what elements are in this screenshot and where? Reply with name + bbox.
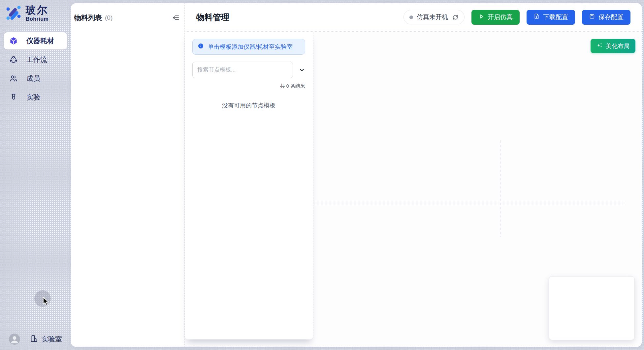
sidebar-item-members[interactable]: 成员 bbox=[4, 70, 67, 87]
info-banner-text: 单击模板添加仪器/耗材至实验室 bbox=[208, 43, 293, 51]
material-list-panel: 物料列表 (0) bbox=[71, 3, 185, 347]
sidebar-footer: 实验室 bbox=[0, 334, 71, 345]
sidebar-item-label: 实验 bbox=[26, 93, 40, 102]
material-list-count: (0) bbox=[105, 14, 113, 21]
mouse-cursor bbox=[41, 296, 50, 308]
node-template-panel: 单击模板添加仪器/耗材至实验室 共 0 条结果 没有可用的节点模板 bbox=[185, 32, 313, 339]
workflow-icon bbox=[9, 55, 18, 64]
experiment-icon bbox=[9, 93, 18, 102]
chevron-down-icon[interactable] bbox=[299, 67, 305, 73]
search-input[interactable] bbox=[192, 62, 293, 78]
building-icon bbox=[30, 334, 38, 344]
main-card: 物料列表 (0) 物料管理 仿真未开机 bbox=[71, 3, 642, 347]
download-config-label: 下载配置 bbox=[543, 13, 568, 21]
page-title: 物料管理 bbox=[196, 12, 229, 23]
brand-name-zh: 玻尔 bbox=[26, 5, 48, 16]
avatar[interactable] bbox=[9, 334, 20, 345]
sidebar-item-label: 仪器耗材 bbox=[26, 36, 54, 45]
bohrium-logo-icon bbox=[6, 5, 21, 22]
sidebar-item-workflow[interactable]: 工作流 bbox=[4, 51, 67, 68]
sidebar-item-label: 成员 bbox=[26, 74, 40, 83]
page-header: 物料管理 仿真未开机 bbox=[185, 3, 642, 32]
canvas-guide-horizontal bbox=[313, 203, 624, 203]
brand-name-en: Bohrium bbox=[26, 16, 48, 22]
status-dot-icon bbox=[409, 15, 413, 19]
collapse-panel-icon[interactable] bbox=[172, 14, 180, 22]
beautify-layout-label: 美化布局 bbox=[606, 42, 629, 50]
play-icon bbox=[478, 14, 484, 21]
empty-templates-text: 没有可用的节点模板 bbox=[192, 102, 305, 109]
file-download-icon bbox=[533, 13, 540, 21]
app-root: { "brand": { "name_zh": "玻尔", "name_en":… bbox=[0, 0, 644, 350]
sidebar-item-instruments[interactable]: 仪器耗材 bbox=[4, 32, 67, 49]
sparkles-icon bbox=[596, 42, 603, 50]
refresh-icon[interactable] bbox=[452, 14, 459, 20]
sidebar-nav: 仪器耗材 工作流 成员 bbox=[0, 32, 71, 106]
info-banner: 单击模板添加仪器/耗材至实验室 bbox=[192, 39, 305, 55]
lab-label: 实验室 bbox=[41, 335, 62, 344]
info-icon bbox=[198, 43, 204, 51]
header-actions: 仿真未开机 bbox=[403, 10, 630, 25]
material-list-title: 物料列表 bbox=[74, 13, 102, 22]
save-icon bbox=[589, 13, 595, 21]
canvas-guide-vertical bbox=[500, 140, 500, 237]
result-count: 共 0 条结果 bbox=[192, 83, 305, 89]
download-config-button[interactable]: 下载配置 bbox=[527, 10, 575, 25]
brand-logo: 玻尔 Bohrium bbox=[0, 0, 71, 22]
minimap-panel[interactable] bbox=[549, 276, 635, 340]
lab-switcher[interactable]: 实验室 bbox=[30, 334, 62, 344]
start-simulation-button[interactable]: 开启仿真 bbox=[471, 10, 520, 25]
save-config-button[interactable]: 保存配置 bbox=[582, 10, 630, 25]
sidebar-item-experiments[interactable]: 实验 bbox=[4, 89, 67, 106]
members-icon bbox=[9, 74, 18, 83]
simulation-status-text: 仿真未开机 bbox=[417, 13, 448, 21]
main-area: 物料管理 仿真未开机 bbox=[185, 3, 642, 347]
save-config-label: 保存配置 bbox=[598, 13, 624, 21]
simulation-status-pill: 仿真未开机 bbox=[403, 10, 465, 24]
cube-icon bbox=[9, 37, 18, 45]
flow-canvas[interactable]: 单击模板添加仪器/耗材至实验室 共 0 条结果 没有可用的节点模板 bbox=[185, 32, 642, 347]
sidebar-item-label: 工作流 bbox=[26, 55, 47, 64]
beautify-layout-button[interactable]: 美化布局 bbox=[591, 39, 635, 53]
start-simulation-label: 开启仿真 bbox=[488, 13, 513, 21]
